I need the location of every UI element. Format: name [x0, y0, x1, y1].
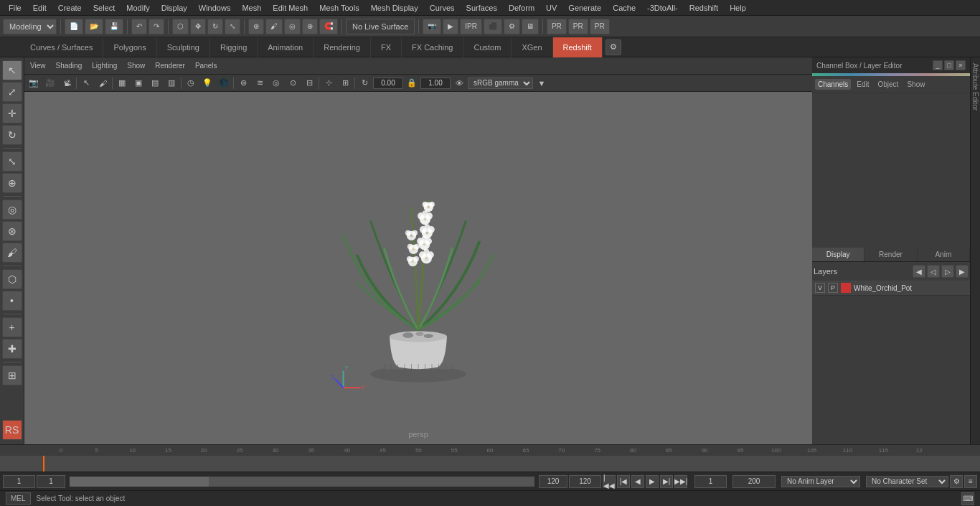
tab-fx-caching[interactable]: FX Caching — [402, 37, 463, 57]
play-forward-button[interactable]: ▶ — [646, 475, 659, 488]
vi-isolate[interactable]: ◷ — [183, 76, 199, 90]
vertex-button[interactable]: • — [2, 291, 22, 311]
new-file-button[interactable]: 📄 — [65, 19, 83, 34]
attribute-editor-tab[interactable]: Attribute Editor — [970, 57, 980, 444]
workspace-dropdown[interactable]: Modeling — [3, 19, 57, 34]
universal-button[interactable]: ⊕ — [2, 173, 22, 193]
menu-help[interactable]: Help — [724, 2, 752, 14]
anim-end-field[interactable] — [569, 475, 601, 488]
scale-lt-button[interactable]: ⤡ — [2, 151, 22, 172]
select-tool-button[interactable]: ⬡ — [172, 19, 189, 34]
display-tab[interactable]: Display — [812, 248, 864, 261]
no-character-set-dropdown[interactable]: No Character Set — [866, 476, 948, 487]
panels-menu[interactable]: Panels — [192, 60, 220, 71]
transform-button[interactable]: ⤢ — [2, 82, 22, 102]
tab-custom[interactable]: Custom — [464, 37, 512, 57]
vi-camera2[interactable]: 🎥 — [42, 76, 58, 90]
tab-sculpting[interactable]: Sculpting — [157, 37, 210, 57]
menu-generate[interactable]: Generate — [562, 2, 607, 14]
vi-xray[interactable]: ⊚ — [235, 76, 251, 90]
menu-surfaces[interactable]: Surfaces — [461, 2, 503, 14]
menu-redshift[interactable]: Redshift — [684, 2, 724, 14]
rotate-button[interactable]: ↻ — [2, 125, 22, 145]
menu-windows[interactable]: Windows — [193, 2, 237, 14]
skip-to-end-button[interactable]: ▶▶| — [674, 475, 687, 488]
no-anim-layer-dropdown[interactable]: No Anim Layer — [781, 476, 860, 487]
anim-tab[interactable]: Anim — [918, 248, 970, 261]
translate-x-input[interactable] — [373, 78, 403, 89]
history-button[interactable]: + — [2, 317, 22, 337]
vi-camera[interactable]: 📷 — [26, 76, 42, 90]
vi-shadow[interactable]: 🌑 — [216, 76, 232, 90]
menu-file[interactable]: File — [3, 2, 27, 14]
viewport[interactable]: Y X Z persp — [24, 92, 812, 444]
layer-visibility[interactable]: V — [815, 283, 825, 293]
view-menu[interactable]: View — [27, 60, 49, 71]
snap-button[interactable]: ⊕ — [302, 19, 318, 34]
redshift-lt-button[interactable]: RS — [2, 420, 22, 440]
layer-forward2-button[interactable]: ▶ — [956, 265, 969, 278]
current-frame-field[interactable] — [3, 475, 35, 488]
redshift-btn3[interactable]: PR — [590, 19, 610, 34]
vi-camera3[interactable]: 📽 — [59, 76, 75, 90]
layer-playback[interactable]: P — [828, 283, 838, 293]
vi-resolution[interactable]: ⊟ — [301, 76, 317, 90]
right-panel-maximize[interactable]: □ — [944, 60, 954, 70]
play-back-button[interactable]: ◀ — [631, 475, 644, 488]
tab-animation[interactable]: Animation — [258, 37, 314, 57]
tab-rendering[interactable]: Rendering — [314, 37, 371, 57]
color-profile-dropdown[interactable]: sRGB gamma — [468, 78, 533, 89]
vi-snap-grid[interactable]: ⊹ — [321, 76, 336, 90]
paint-button[interactable]: 🖌 — [265, 19, 283, 34]
redo-button[interactable]: ↷ — [149, 19, 164, 34]
undo-button[interactable]: ↶ — [131, 19, 147, 34]
pivot-button[interactable]: ✚ — [2, 339, 22, 359]
redshift-btn2[interactable]: PR — [568, 19, 588, 34]
layer-row[interactable]: V P White_Orchid_Pot — [812, 281, 970, 296]
render-region-button[interactable]: ⬛ — [484, 19, 502, 34]
save-file-button[interactable]: 💾 — [105, 19, 123, 34]
tab-redshift[interactable]: Redshift — [553, 37, 603, 57]
object-button[interactable]: Object — [875, 79, 902, 90]
move-tool-button[interactable]: ✥ — [190, 19, 206, 34]
menu-curves[interactable]: Curves — [424, 2, 461, 14]
tab-curves-surfaces[interactable]: Curves / Surfaces — [20, 37, 103, 57]
scale-tool-button[interactable]: ⤡ — [225, 19, 240, 34]
layer-back-button[interactable]: ◀ — [913, 265, 925, 278]
vi-select[interactable]: ↖ — [78, 76, 94, 90]
redshift-btn1[interactable]: PR — [547, 19, 567, 34]
right-panel-minimize[interactable]: _ — [933, 60, 943, 70]
rotate-tool-button[interactable]: ↻ — [207, 19, 223, 34]
menu-modify[interactable]: Modify — [121, 2, 155, 14]
vi-textured[interactable]: ▥ — [164, 76, 179, 90]
component-button[interactable]: ⬡ — [2, 269, 22, 289]
skip-to-start-button[interactable]: |◀◀ — [603, 475, 616, 488]
vi-grid[interactable]: ▦ — [114, 76, 130, 90]
animation-range-bar[interactable] — [70, 477, 534, 487]
shading-menu[interactable]: Shading — [53, 60, 85, 71]
snap-to-button[interactable]: ⊞ — [2, 365, 22, 385]
tab-fx[interactable]: FX — [371, 37, 402, 57]
vi-light[interactable]: 💡 — [199, 76, 215, 90]
show-menu[interactable]: Show — [124, 60, 148, 71]
render-view-button[interactable]: 🖥 — [522, 19, 539, 34]
soft-mod-button[interactable]: ◎ — [2, 200, 22, 220]
range-end-field[interactable] — [539, 475, 567, 488]
soft-select-button[interactable]: ◎ — [284, 19, 301, 34]
tab-xgen[interactable]: XGen — [512, 37, 552, 57]
step-forward-button[interactable]: ▶| — [660, 475, 673, 488]
camera-button[interactable]: 📷 — [423, 19, 441, 34]
menu-cache[interactable]: Cache — [607, 2, 641, 14]
vi-paint[interactable]: 🖌 — [95, 76, 110, 90]
vi-lock[interactable]: 🔒 — [404, 76, 420, 90]
open-file-button[interactable]: 📂 — [85, 19, 103, 34]
step-back-button[interactable]: |◀ — [617, 475, 630, 488]
menu-display[interactable]: Display — [156, 2, 193, 14]
vi-settings[interactable]: ▼ — [534, 76, 550, 90]
paint-lt-button[interactable]: 🖌 — [2, 243, 22, 263]
ipr-button[interactable]: IPR — [460, 19, 482, 34]
vi-hull[interactable]: ◎ — [268, 76, 284, 90]
vi-smooth[interactable]: ▤ — [147, 76, 163, 90]
vi-hud[interactable]: ⊞ — [337, 76, 353, 90]
lasso-lt-button[interactable]: ⊛ — [2, 221, 22, 241]
